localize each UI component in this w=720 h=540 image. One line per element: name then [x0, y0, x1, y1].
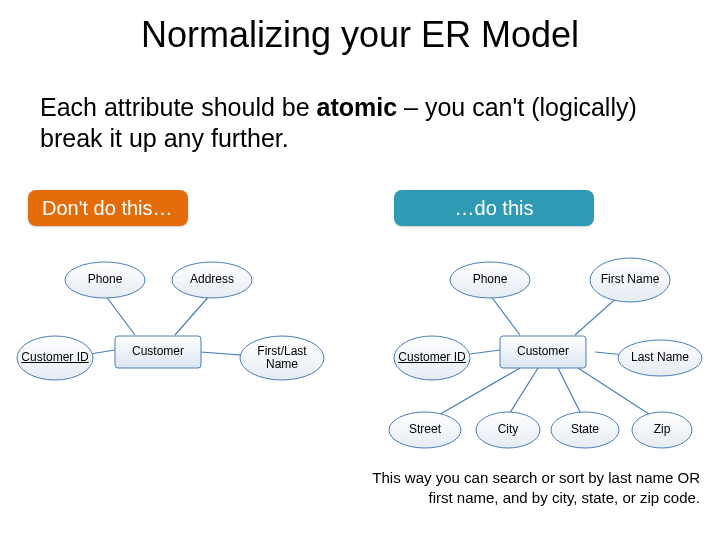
page-title: Normalizing your ER Model	[0, 14, 720, 56]
left-phone-attr: Phone	[65, 262, 145, 298]
svg-line-3	[200, 352, 280, 358]
right-phone-label: Phone	[450, 262, 530, 298]
right-lastname-attr: Last Name	[618, 340, 702, 376]
svg-point-8	[240, 336, 324, 380]
left-phone-label: Phone	[65, 262, 145, 298]
svg-line-16	[578, 368, 655, 418]
left-customer-entity: Customer	[115, 336, 201, 368]
left-address-attr: Address	[172, 262, 252, 298]
svg-line-11	[440, 350, 500, 358]
subtitle-pre: Each attribute should be	[40, 93, 317, 121]
slide: Normalizing your ER Model Each attribute…	[0, 0, 720, 540]
svg-point-4	[65, 262, 145, 298]
do-label: …do this	[455, 197, 534, 220]
right-state-attr: State	[551, 412, 619, 448]
svg-point-24	[551, 412, 619, 448]
caption-line2: first name, and by city, state, or zip c…	[428, 489, 700, 506]
subtitle-bold: atomic	[317, 93, 398, 121]
svg-line-2	[65, 350, 115, 358]
right-city-label: City	[476, 412, 540, 448]
svg-line-10	[575, 295, 620, 335]
svg-rect-20	[500, 336, 586, 368]
left-customer-id-label: Customer ID	[17, 336, 93, 380]
left-firstlast-label: First/Last Name	[240, 336, 324, 380]
svg-point-21	[618, 340, 702, 376]
svg-point-6	[17, 336, 93, 380]
dont-label: Don't do this…	[42, 197, 173, 220]
right-state-label: State	[551, 412, 619, 448]
right-street-label: Street	[389, 412, 461, 448]
right-customer-entity: Customer	[500, 336, 586, 368]
right-firstname-label: First Name	[590, 258, 670, 302]
caption: This way you can search or sort by last …	[260, 468, 700, 509]
svg-point-18	[590, 258, 670, 302]
svg-point-23	[476, 412, 540, 448]
right-zip-label: Zip	[632, 412, 692, 448]
svg-line-12	[595, 352, 655, 358]
left-address-label: Address	[172, 262, 252, 298]
svg-point-5	[172, 262, 252, 298]
svg-point-22	[389, 412, 461, 448]
caption-line1: This way you can search or sort by last …	[372, 469, 700, 486]
svg-line-13	[430, 368, 520, 420]
left-customer-id-attr: Customer ID	[17, 336, 93, 380]
dont-do-this-pill: Don't do this…	[28, 190, 188, 226]
right-customer-id-attr: Customer ID	[394, 336, 470, 380]
right-lastname-label: Last Name	[618, 340, 702, 376]
svg-point-25	[632, 412, 692, 448]
left-customer-label: Customer	[115, 336, 201, 368]
svg-rect-7	[115, 336, 201, 368]
right-city-attr: City	[476, 412, 540, 448]
right-street-attr: Street	[389, 412, 461, 448]
svg-point-17	[450, 262, 530, 298]
right-zip-attr: Zip	[632, 412, 692, 448]
er-diagram: Phone Address Customer ID Customer First…	[0, 0, 720, 540]
svg-line-15	[558, 368, 582, 416]
svg-line-0	[105, 295, 135, 335]
right-connectors	[430, 295, 655, 420]
svg-point-19	[394, 336, 470, 380]
subtitle: Each attribute should be atomic – you ca…	[40, 92, 680, 153]
svg-line-9	[490, 295, 520, 335]
right-customer-id-label: Customer ID	[394, 336, 470, 380]
svg-line-14	[508, 368, 538, 416]
left-connectors	[65, 295, 280, 358]
right-customer-label: Customer	[500, 336, 586, 368]
right-firstname-attr: First Name	[590, 258, 670, 302]
right-phone-attr: Phone	[450, 262, 530, 298]
left-firstlast-attr: First/Last Name	[240, 336, 324, 380]
svg-line-1	[175, 295, 210, 335]
do-this-pill: …do this	[394, 190, 594, 226]
